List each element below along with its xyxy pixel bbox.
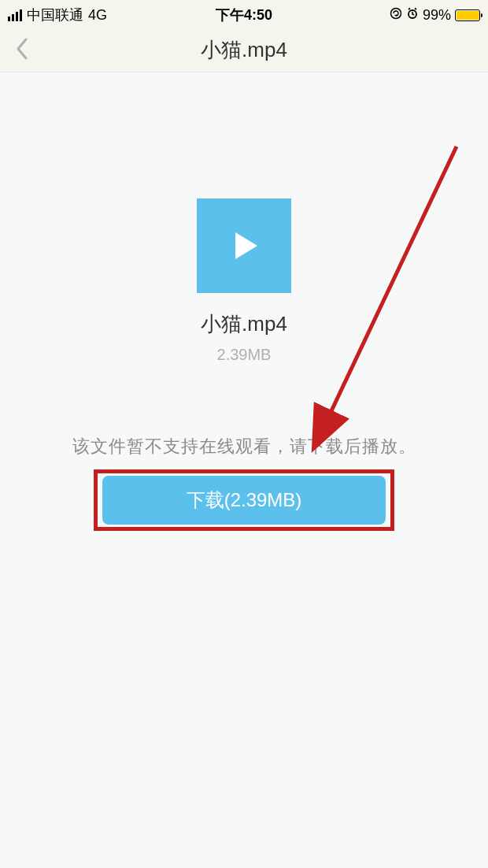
orientation-lock-icon [390, 7, 402, 24]
play-icon [224, 226, 264, 265]
page-title: 小猫.mp4 [201, 36, 287, 64]
download-wrapper: 下载(2.39MB) [102, 476, 386, 525]
nav-bar: 小猫.mp4 [0, 28, 488, 72]
status-bar-left: 中国联通 4G [8, 6, 107, 24]
signal-icon [8, 9, 22, 21]
status-time: 下午4:50 [216, 6, 272, 24]
download-button[interactable]: 下载(2.39MB) [102, 476, 386, 525]
video-thumbnail[interactable] [197, 198, 291, 293]
notice-text: 该文件暂不支持在线观看，请下载后播放。 [72, 435, 416, 458]
chevron-left-icon [14, 36, 30, 61]
battery-percent: 99% [423, 7, 451, 24]
file-name: 小猫.mp4 [201, 310, 287, 338]
alarm-icon [406, 7, 419, 24]
network-label: 4G [88, 7, 107, 24]
carrier-label: 中国联通 [27, 6, 83, 24]
battery-icon [455, 9, 480, 21]
status-bar: 中国联通 4G 下午4:50 99% [0, 0, 488, 28]
svg-point-0 [390, 8, 401, 18]
status-bar-right: 99% [390, 7, 480, 24]
main-content: 小猫.mp4 2.39MB 该文件暂不支持在线观看，请下载后播放。 下载(2.3… [0, 72, 488, 525]
file-size: 2.39MB [217, 346, 272, 364]
back-button[interactable] [8, 30, 36, 71]
